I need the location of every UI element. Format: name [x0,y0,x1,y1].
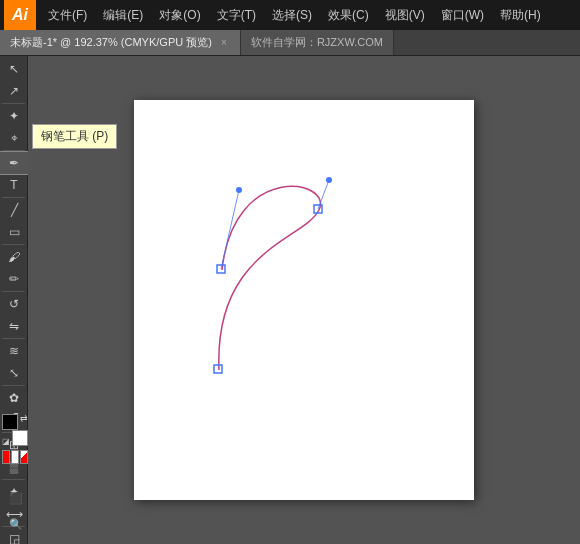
bezier-path [219,186,321,370]
title-bar: Ai 文件(F) 编辑(E) 对象(O) 文字(T) 选择(S) 效果(C) 视… [0,0,580,30]
selection-tool[interactable]: ↖ [0,58,28,80]
pen-tool[interactable]: ✒ [0,152,28,174]
menu-bar: 文件(F) 编辑(E) 对象(O) 文字(T) 选择(S) 效果(C) 视图(V… [40,3,576,28]
brush-tool[interactable]: 🖌 [0,246,28,268]
fill-none-swatch[interactable] [20,450,28,464]
anchor-point-2 [314,205,322,213]
line-tool[interactable]: ╱ [0,199,28,221]
tool-separator [2,197,25,198]
bezier-curve-svg [134,100,474,500]
foreground-color-swatch[interactable] [2,414,18,430]
default-colors[interactable]: ⇄ ◪ [2,414,28,446]
text-tool[interactable]: T [0,174,28,196]
background-color-swatch[interactable] [12,430,28,446]
tool-separator [2,385,25,386]
handle-line-2 [318,180,329,209]
mirror-tool[interactable]: ⇋ [0,315,28,337]
magic-wand-tool[interactable]: ✦ [0,105,28,127]
lasso-tool[interactable]: ⌖ [0,127,28,149]
artboard-tool[interactable]: ⬛ [2,486,30,510]
tool-buttons: ↖↗✦⌖✒T╱▭🖌✏↺⇋≋⤡✿▐⊞▒✦⟷◲⬜✋🔎 [0,58,27,544]
symbol-tool[interactable]: ✿ [0,387,28,409]
stroke-fill-row [2,450,28,464]
menu-window[interactable]: 窗口(W) [433,3,492,28]
tab-document[interactable]: 未标题-1* @ 192.37% (CMYK/GPU 预览) × [0,30,241,55]
tab-document-label: 未标题-1* @ 192.37% (CMYK/GPU 预览) [10,35,212,50]
tab-close-button[interactable]: × [218,37,230,49]
rotate-tool[interactable]: ↺ [0,293,28,315]
tool-separator [2,244,25,245]
control-point-2 [326,177,332,183]
tool-separator [2,150,25,151]
main-area: ↖↗✦⌖✒T╱▭🖌✏↺⇋≋⤡✿▐⊞▒✦⟷◲⬜✋🔎 钢笔工具 (P) ⇄ ◪ [0,56,580,544]
menu-text[interactable]: 文字(T) [209,3,264,28]
direct-select-tool[interactable]: ↗ [0,80,28,102]
anchor-point-3 [214,365,222,373]
ai-logo: Ai [4,0,36,30]
pencil-tool[interactable]: ✏ [0,268,28,290]
color-area: ⇄ ◪ [2,414,28,464]
tab-website[interactable]: 软件自学网：RJZXW.COM [241,30,394,55]
menu-file[interactable]: 文件(F) [40,3,95,28]
tool-separator [2,479,25,480]
menu-help[interactable]: 帮助(H) [492,3,549,28]
handle-line-1 [221,190,239,269]
tool-separator [2,338,25,339]
free-transform-tool[interactable]: ⤡ [0,362,28,384]
bottom-tool-group: ⬛ 🔍 [2,486,30,536]
default-colors-icon[interactable]: ◪ [2,438,10,446]
menu-object[interactable]: 对象(O) [151,3,208,28]
control-point-1 [236,187,242,193]
toolbar: ↖↗✦⌖✒T╱▭🖌✏↺⇋≋⤡✿▐⊞▒✦⟷◲⬜✋🔎 钢笔工具 (P) ⇄ ◪ [0,56,28,544]
tool-separator [2,103,25,104]
fill-red-swatch[interactable] [2,450,10,464]
zoom-percent[interactable]: 🔍 [2,512,30,536]
tab-website-label: 软件自学网：RJZXW.COM [251,35,383,50]
anchor-point-1 [217,265,225,273]
artboard [134,100,474,500]
swap-colors-icon[interactable]: ⇄ [20,414,28,423]
tab-bar: 未标题-1* @ 192.37% (CMYK/GPU 预览) × 软件自学网：R… [0,30,580,56]
menu-effect[interactable]: 效果(C) [320,3,377,28]
menu-view[interactable]: 视图(V) [377,3,433,28]
canvas-area[interactable] [28,56,580,544]
rect-tool[interactable]: ▭ [0,221,28,243]
fill-white-swatch[interactable] [11,450,19,464]
tool-separator [2,291,25,292]
warp-tool[interactable]: ≋ [0,340,28,362]
menu-select[interactable]: 选择(S) [264,3,320,28]
menu-edit[interactable]: 编辑(E) [95,3,151,28]
